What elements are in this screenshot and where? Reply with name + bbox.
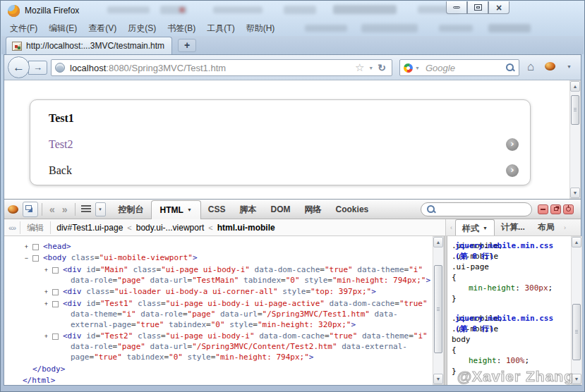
history-back-icon[interactable]: « bbox=[46, 204, 59, 215]
scrollbar-thumb[interactable] bbox=[572, 304, 581, 360]
firebug-detach-button[interactable] bbox=[550, 204, 561, 214]
menu-item-file[interactable]: 文件(F) bbox=[10, 20, 37, 36]
scroll-up-icon[interactable]: ▲ bbox=[572, 237, 581, 247]
google-logo-icon[interactable] bbox=[402, 62, 414, 74]
code-attr-name: data-theme bbox=[362, 331, 409, 341]
search-engine-dropdown-icon[interactable]: ▼ bbox=[413, 66, 422, 71]
firebug-tab-script[interactable]: 脚本 bbox=[233, 200, 264, 219]
code-attr-name: style bbox=[304, 276, 327, 285]
menu-item-edit[interactable]: 编辑(E) bbox=[49, 20, 77, 36]
html-panel-scrollbar[interactable]: ▲ ▼ bbox=[433, 236, 444, 385]
reload-icon[interactable]: ↻ bbox=[375, 62, 388, 73]
code-attr-name: style bbox=[282, 287, 306, 296]
list-item-test2[interactable]: Test2› bbox=[30, 131, 530, 157]
toolbar-overflow-icon[interactable]: ▼ bbox=[567, 64, 572, 69]
html-tree-row[interactable]: </body> bbox=[4, 364, 433, 374]
firebug-search-input[interactable] bbox=[421, 202, 532, 216]
firefox-icon bbox=[8, 5, 20, 17]
style-panel-scrollbar[interactable]: ▲ ▼ bbox=[571, 236, 582, 385]
maximize-button[interactable] bbox=[467, 1, 488, 14]
css-file-link[interactable]: jquery.mobile.min.css (第 8 行) bbox=[455, 240, 562, 262]
firebug-tab-cookies[interactable]: Cookies bbox=[329, 200, 376, 219]
inspect-element-button[interactable] bbox=[23, 202, 38, 217]
html-tree-row[interactable]: +<div id="Main" class="ui-page ui-body-i… bbox=[4, 264, 433, 286]
twisty-expand-icon[interactable]: + bbox=[52, 289, 59, 295]
html-tree-row[interactable]: </html> bbox=[4, 375, 433, 385]
css-property[interactable]: min-height: 300px; bbox=[452, 283, 571, 293]
url-bar[interactable]: localhost:8080/Spring3MVC/Test1.htm ☆ ▼ … bbox=[51, 59, 392, 76]
firebug-tab-html[interactable]: HTML▼ bbox=[151, 200, 201, 219]
menu-item-tools[interactable]: 工具(T) bbox=[207, 20, 234, 36]
css-property[interactable]: height: 100%; bbox=[452, 355, 571, 366]
side-panel-toggle-icon[interactable]: «» bbox=[8, 223, 16, 232]
css-selector[interactable]: .ui-page bbox=[452, 262, 571, 272]
twisty-expand-icon[interactable]: + bbox=[52, 301, 59, 307]
firebug-icon[interactable] bbox=[545, 62, 555, 71]
code-equals: = bbox=[109, 287, 114, 296]
site-identity-icon[interactable] bbox=[55, 63, 65, 73]
scroll-up-icon[interactable]: ▲ bbox=[433, 237, 443, 247]
history-forward-icon[interactable]: » bbox=[59, 204, 71, 215]
window-controls: × bbox=[446, 1, 509, 14]
firebug-minimize-button[interactable] bbox=[538, 204, 548, 214]
scroll-down-icon[interactable]: ▼ bbox=[572, 374, 581, 384]
html-tree-row[interactable]: +<div id="Test1" class="ui-page ui-body-… bbox=[4, 298, 433, 330]
twisty-collapse-icon[interactable]: − bbox=[32, 255, 39, 262]
html-tree-row[interactable]: +<div id="Test2" class="ui-page ui-body-… bbox=[4, 331, 433, 362]
css-selector[interactable]: body bbox=[452, 334, 571, 345]
tab-scroll-right-icon[interactable]: › bbox=[561, 220, 569, 235]
chevron-right-icon[interactable]: › bbox=[506, 164, 519, 177]
firebug-tab-net[interactable]: 网络 bbox=[298, 200, 329, 219]
firebug-tab-console[interactable]: 控制台 bbox=[111, 200, 151, 219]
forward-button[interactable]: → bbox=[28, 61, 47, 75]
code-equals: = bbox=[327, 276, 332, 285]
scrollbar-thumb[interactable] bbox=[571, 95, 579, 125]
side-tab-computed[interactable]: 计算... bbox=[495, 219, 531, 235]
scrollbar-thumb[interactable] bbox=[434, 265, 442, 353]
side-tab-style[interactable]: 样式▼ bbox=[455, 219, 495, 235]
twisty-expand-icon[interactable]: + bbox=[52, 333, 59, 340]
firebug-close-button[interactable] bbox=[563, 204, 574, 214]
code-attr-name: id bbox=[86, 299, 95, 308]
menu-item-help[interactable]: 帮助(H) bbox=[246, 20, 275, 36]
scroll-up-icon[interactable]: ▲ bbox=[570, 81, 580, 92]
side-tab-layout[interactable]: 布局 bbox=[531, 219, 561, 235]
css-file-link[interactable]: jquery.mobile.min.css (第 8 行) bbox=[455, 313, 562, 334]
menu-item-history[interactable]: 历史(S) bbox=[128, 20, 156, 36]
scroll-down-icon[interactable]: ▼ bbox=[570, 188, 580, 198]
menu-item-bookmarks[interactable]: 书签(B) bbox=[167, 20, 195, 36]
list-item-back[interactable]: Back› bbox=[30, 157, 530, 183]
html-tree-row[interactable]: +<div class="ui-loader ui-body-a ui-corn… bbox=[4, 286, 433, 297]
code-attr-value: "/Spring3MVC/Test1.htm" bbox=[263, 310, 370, 319]
close-button[interactable]: × bbox=[488, 1, 509, 14]
minimize-button[interactable] bbox=[446, 1, 467, 14]
code-tag: <body bbox=[43, 253, 66, 262]
bookmark-star-icon[interactable]: ☆ bbox=[353, 61, 366, 74]
html-tree-row[interactable]: +<head> bbox=[4, 241, 433, 252]
scroll-down-icon[interactable]: ▼ bbox=[433, 374, 443, 384]
navigation-toolbar: → ← localhost:8080/Spring3MVC/Test1.htm … bbox=[4, 55, 581, 80]
edit-button[interactable]: 编辑 bbox=[20, 221, 51, 234]
html-tree-row[interactable]: −<body class="ui-mobile-viewport"> bbox=[4, 252, 433, 263]
options-dropdown-button[interactable]: ▼ bbox=[95, 202, 106, 216]
search-icon[interactable] bbox=[505, 63, 515, 73]
firebug-menu-icon[interactable] bbox=[8, 205, 18, 214]
twisty-expand-icon[interactable]: + bbox=[52, 267, 59, 274]
firebug-tab-css[interactable]: CSS bbox=[201, 200, 233, 219]
firebug-tab-dom[interactable]: DOM bbox=[264, 200, 298, 219]
browser-tab[interactable]: http://localhost:...3MVC/testmain.htm bbox=[6, 37, 172, 54]
url-dropdown-icon[interactable]: ▼ bbox=[366, 66, 375, 71]
new-tab-button[interactable]: + bbox=[178, 39, 196, 52]
breadcrumb-item[interactable]: div#Test1.ui-page bbox=[56, 223, 123, 233]
tab-scroll-left-icon[interactable]: ‹ bbox=[447, 220, 455, 235]
twisty-expand-icon[interactable]: + bbox=[32, 244, 39, 250]
home-icon[interactable]: ⌂ bbox=[527, 60, 534, 74]
options-list-icon[interactable] bbox=[81, 205, 91, 213]
page-scrollbar[interactable]: ▲ ▼ bbox=[569, 80, 581, 199]
breadcrumb-item[interactable]: html.ui-mobile bbox=[217, 223, 275, 233]
menu-item-view[interactable]: 查看(V) bbox=[88, 20, 116, 36]
breadcrumb-item[interactable]: body.ui-...viewport bbox=[136, 223, 205, 233]
back-button[interactable]: ← bbox=[8, 56, 30, 78]
search-bar[interactable]: ▼ Google bbox=[399, 59, 519, 76]
chevron-right-icon[interactable]: › bbox=[506, 138, 519, 151]
